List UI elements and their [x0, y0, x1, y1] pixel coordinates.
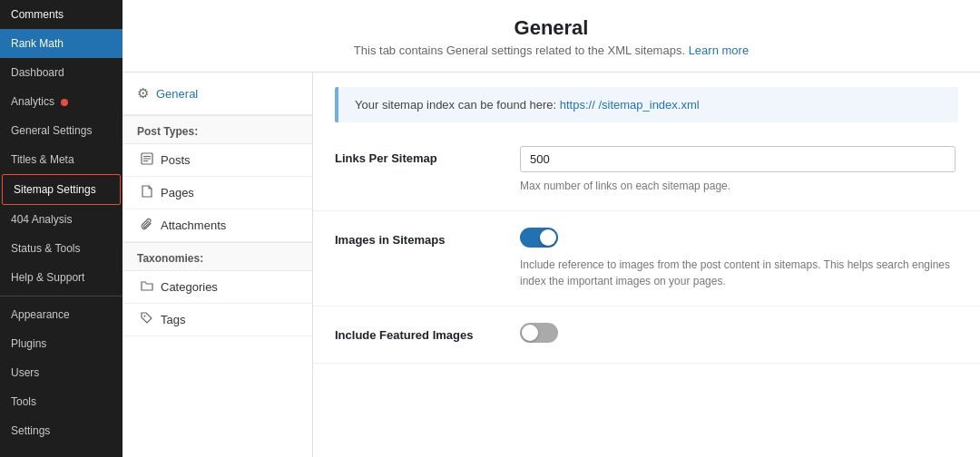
sidebar-item-tools[interactable]: Tools: [0, 387, 122, 416]
images-in-sitemaps-label: Images in Sitemaps: [335, 228, 498, 247]
sub-panel-tags[interactable]: Tags: [122, 304, 312, 336]
include-featured-images-row: Include Featured Images: [313, 306, 980, 364]
links-per-sitemap-label: Links Per Sitemap: [335, 146, 498, 165]
links-per-sitemap-input[interactable]: [520, 146, 956, 172]
main-content: General This tab contains General settin…: [122, 0, 980, 457]
sub-panel: ⚙ General Post Types: Posts Pages: [122, 73, 313, 457]
links-per-sitemap-row: Links Per Sitemap Max number of links on…: [313, 130, 980, 211]
sidebar-item-help-support[interactable]: Help & Support: [0, 263, 122, 292]
learn-more-link[interactable]: Learn more: [689, 44, 749, 57]
taxonomies-label: Taxonomies:: [122, 242, 312, 271]
gear-icon: ⚙: [137, 85, 149, 102]
posts-label: Posts: [161, 153, 191, 167]
sub-panel-general[interactable]: ⚙ General: [122, 73, 312, 115]
include-featured-images-label: Include Featured Images: [335, 323, 498, 342]
sidebar: Comments Rank Math Dashboard Analytics G…: [0, 0, 122, 457]
analytics-badge: [61, 99, 68, 106]
images-in-sitemaps-toggle[interactable]: [520, 228, 558, 248]
sitemap-url-text: Your sitemap index can be found here:: [355, 98, 556, 112]
toggle-thumb: [540, 229, 556, 246]
links-per-sitemap-description: Max number of links on each sitemap page…: [520, 178, 958, 194]
post-types-label: Post Types:: [122, 115, 312, 144]
tags-label: Tags: [161, 313, 185, 326]
sub-panel-categories[interactable]: Categories: [122, 271, 312, 304]
attachments-icon: [141, 218, 153, 233]
sidebar-item-status-tools[interactable]: Status & Tools: [0, 234, 122, 263]
tags-icon: [141, 312, 153, 327]
include-featured-images-toggle[interactable]: [520, 323, 558, 343]
sidebar-item-users[interactable]: Users: [0, 358, 122, 387]
sidebar-item-404-analysis[interactable]: 404 Analysis: [0, 205, 122, 234]
toggle-thumb-off: [522, 325, 538, 341]
sidebar-item-settings[interactable]: Settings: [0, 416, 122, 445]
sidebar-item-rank-math[interactable]: Rank Math: [0, 29, 122, 58]
svg-point-4: [144, 316, 146, 317]
sidebar-item-general-settings[interactable]: General Settings: [0, 116, 122, 145]
links-per-sitemap-control: Max number of links on each sitemap page…: [520, 146, 958, 194]
settings-panel: Your sitemap index can be found here: ht…: [313, 73, 980, 457]
pages-label: Pages: [161, 186, 194, 199]
images-in-sitemaps-row: Images in Sitemaps Include reference to …: [313, 211, 980, 306]
images-in-sitemaps-control: Include reference to images from the pos…: [520, 228, 958, 289]
content-body: ⚙ General Post Types: Posts Pages: [122, 73, 980, 457]
sitemap-url-banner: Your sitemap index can be found here: ht…: [335, 87, 958, 122]
sitemap-url-link[interactable]: https:// /sitemap_index.xml: [560, 98, 700, 112]
sidebar-item-titles-meta[interactable]: Titles & Meta: [0, 145, 122, 174]
posts-icon: [141, 152, 153, 168]
attachments-label: Attachments: [161, 219, 226, 232]
sidebar-item-sitemap-settings[interactable]: Sitemap Settings: [2, 174, 121, 205]
categories-icon: [141, 279, 153, 295]
page-title: General: [144, 16, 958, 40]
sub-panel-posts[interactable]: Posts: [122, 144, 312, 177]
sub-panel-pages[interactable]: Pages: [122, 177, 312, 209]
general-label: General: [156, 87, 198, 101]
pages-icon: [141, 185, 153, 200]
include-featured-images-control: [520, 323, 958, 346]
page-header: General This tab contains General settin…: [122, 0, 980, 73]
sidebar-item-analytics[interactable]: Analytics: [0, 87, 122, 116]
categories-label: Categories: [161, 280, 218, 294]
page-subtitle: This tab contains General settings relat…: [144, 44, 958, 57]
images-in-sitemaps-description: Include reference to images from the pos…: [520, 257, 958, 289]
sub-panel-attachments[interactable]: Attachments: [122, 209, 312, 242]
sidebar-item-comments[interactable]: Comments: [0, 0, 122, 29]
sidebar-item-dashboard[interactable]: Dashboard: [0, 58, 122, 87]
sidebar-item-appearance[interactable]: Appearance: [0, 300, 122, 329]
sidebar-item-plugins[interactable]: Plugins: [0, 329, 122, 358]
